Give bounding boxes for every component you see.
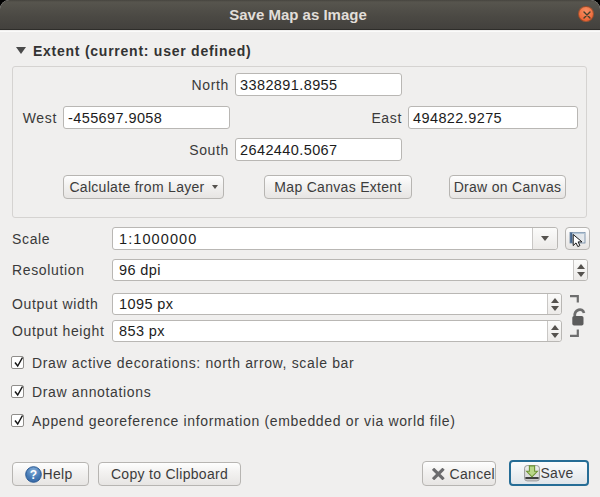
svg-text:?: ? — [29, 468, 37, 482]
